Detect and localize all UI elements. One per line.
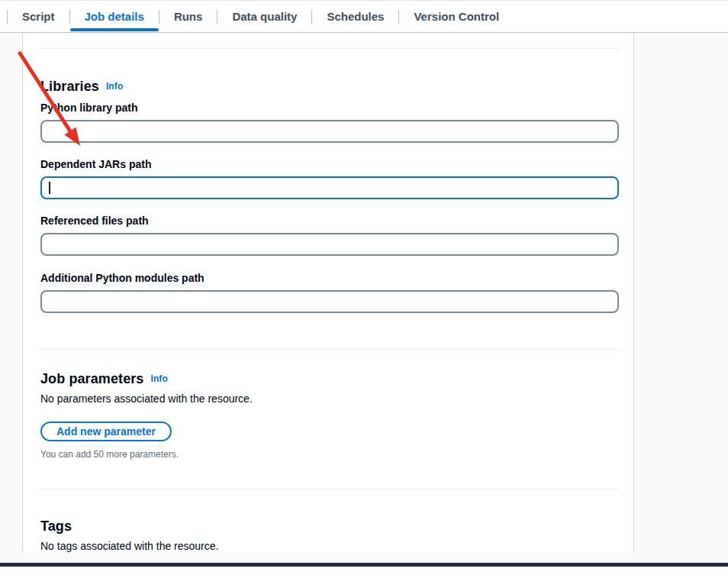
- python-library-path-input[interactable]: [40, 120, 619, 143]
- referenced-files-path-label: Referenced files path: [40, 214, 619, 228]
- job-parameters-title-text: Job parameters: [40, 371, 143, 386]
- add-new-parameter-button[interactable]: Add new parameter: [40, 422, 172, 441]
- dependent-jars-path-label: Dependent JARs path: [40, 157, 619, 171]
- tab-runs[interactable]: Runs: [159, 1, 217, 32]
- python-library-path-label: Python library path: [40, 101, 619, 115]
- tags-section: Tags No tags associated with the resourc…: [40, 517, 619, 552]
- referenced-files-path-textbox[interactable]: [42, 234, 617, 254]
- additional-python-modules-path-input[interactable]: [40, 290, 619, 313]
- text-cursor: [49, 182, 50, 194]
- tab-schedules[interactable]: Schedules: [312, 1, 398, 32]
- dependent-jars-path-input[interactable]: [40, 176, 619, 199]
- python-library-path-textbox[interactable]: [42, 121, 617, 141]
- tab-script[interactable]: Script: [8, 1, 69, 32]
- tags-title: Tags: [40, 517, 619, 535]
- section-divider: [40, 48, 619, 49]
- additional-python-modules-path-textbox[interactable]: [42, 292, 617, 312]
- job-parameters-title: Job parametersInfo: [40, 370, 619, 388]
- job-parameters-section: Job parametersInfo No parameters associa…: [40, 370, 619, 460]
- libraries-section: LibrariesInfo Python library path Depend…: [40, 77, 619, 313]
- job-details-panel: LibrariesInfo Python library path Depend…: [22, 33, 634, 552]
- page-background: LibrariesInfo Python library path Depend…: [0, 33, 728, 563]
- additional-python-modules-path-label: Additional Python modules path: [40, 271, 619, 285]
- parameters-limit-hint: You can add 50 more parameters.: [40, 448, 619, 460]
- tab-data-quality[interactable]: Data quality: [217, 1, 311, 32]
- tab-version-control[interactable]: Version Control: [399, 1, 514, 32]
- tab-bar: Script Job details Runs Data quality Sch…: [0, 0, 728, 33]
- referenced-files-path-input[interactable]: [40, 233, 619, 256]
- job-parameters-empty-message: No parameters associated with the resour…: [40, 392, 619, 406]
- libraries-title-text: Libraries: [40, 79, 99, 94]
- job-parameters-info-link[interactable]: Info: [150, 373, 167, 384]
- tab-job-details[interactable]: Job details: [70, 1, 159, 32]
- section-divider: [40, 349, 619, 350]
- libraries-info-link[interactable]: Info: [106, 81, 123, 92]
- window-bottom-bar: [0, 563, 728, 567]
- section-divider: [40, 489, 619, 489]
- tags-empty-message: No tags associated with the resource.: [40, 539, 619, 552]
- dependent-jars-path-textbox[interactable]: [42, 178, 617, 198]
- libraries-title: LibrariesInfo: [40, 77, 619, 95]
